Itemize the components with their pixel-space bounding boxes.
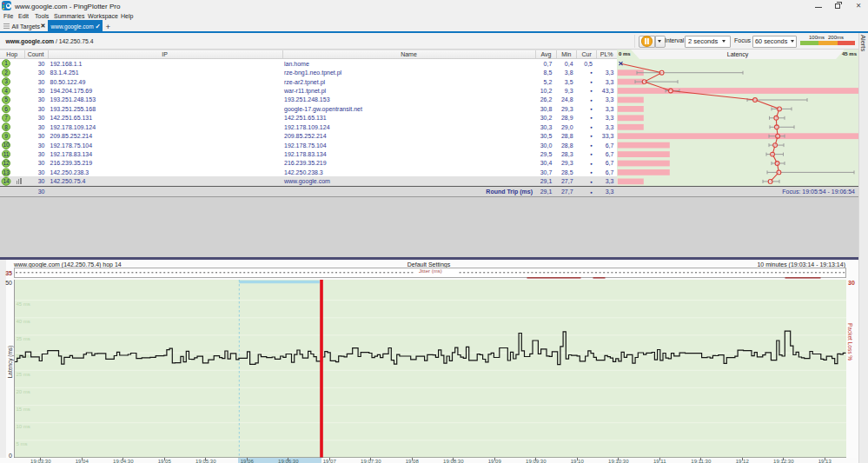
- svg-text:14: 14: [3, 178, 10, 184]
- svg-text:4: 4: [4, 87, 8, 93]
- svg-text:5 ms: 5 ms: [16, 441, 27, 446]
- svg-text:25 ms: 25 ms: [16, 372, 30, 377]
- svg-text:3: 3: [4, 78, 8, 84]
- svg-text:6: 6: [4, 105, 8, 111]
- svg-text:10 ms: 10 ms: [16, 424, 30, 429]
- svg-text:12: 12: [3, 160, 10, 166]
- svg-text:13: 13: [3, 169, 10, 175]
- svg-text:35 ms: 35 ms: [16, 336, 30, 341]
- svg-text:15 ms: 15 ms: [16, 407, 30, 412]
- svg-text:45 ms: 45 ms: [16, 301, 30, 307]
- svg-text:40 ms: 40 ms: [16, 319, 30, 324]
- svg-text:9: 9: [4, 132, 8, 138]
- svg-text:20 ms: 20 ms: [16, 389, 30, 394]
- svg-text:11: 11: [3, 150, 10, 156]
- svg-text:7: 7: [4, 115, 8, 121]
- svg-text:2: 2: [4, 69, 8, 75]
- svg-text:1: 1: [4, 60, 8, 66]
- svg-text:5: 5: [4, 96, 8, 103]
- svg-text:10: 10: [3, 142, 10, 148]
- svg-text:8: 8: [4, 123, 8, 129]
